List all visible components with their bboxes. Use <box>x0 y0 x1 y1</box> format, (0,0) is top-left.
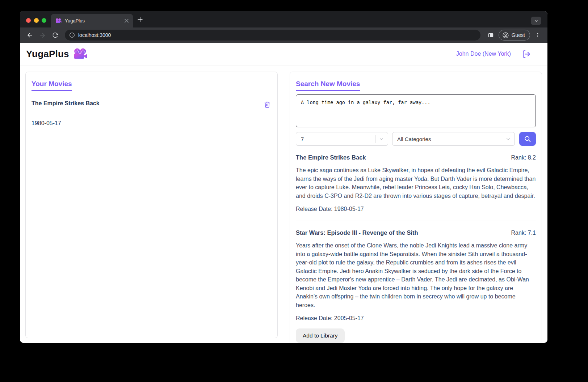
tab-close-icon[interactable] <box>123 17 130 24</box>
browser-menu-icon[interactable] <box>533 30 543 40</box>
your-movies-title: Your Movies <box>32 80 72 91</box>
results-limit-value: 7 <box>301 136 375 142</box>
your-movies-panel: Your Movies The Empire Strikes Back 1980… <box>25 72 278 338</box>
search-title: Search New Movies <box>296 80 360 91</box>
person-icon <box>502 32 509 39</box>
user-name: John Doe (New York) <box>456 51 511 57</box>
result-header: Star Wars: Episode III - Revenge of the … <box>296 229 536 236</box>
movie-camera-icon <box>73 48 88 60</box>
address-bar[interactable]: localhost:3000 <box>65 30 480 41</box>
search-icon <box>524 135 531 143</box>
app-logo-text: YugaPlus <box>26 48 69 60</box>
library-movie-date: 1980-05-17 <box>32 120 272 127</box>
window-controls <box>26 18 46 23</box>
chevron-down-icon <box>379 136 384 142</box>
zoom-window-button[interactable] <box>42 18 46 23</box>
add-to-library-button[interactable]: Add to Library <box>296 328 345 343</box>
result-release-date: Release Date: 2005-05-17 <box>296 315 536 322</box>
search-query-input[interactable]: A long time ago in a galaxy far, far awa… <box>296 94 536 127</box>
app-header: YugaPlus John Doe (New York) <box>20 43 547 65</box>
user-area: John Doe (New York) <box>456 50 541 59</box>
url-text: localhost:3000 <box>78 32 111 38</box>
back-icon[interactable] <box>25 30 35 40</box>
library-movie-row: The Empire Strikes Back <box>32 100 272 110</box>
side-panel-icon[interactable] <box>486 30 496 40</box>
search-controls: 7 All Categories <box>296 132 536 146</box>
browser-toolbar: localhost:3000 Guest <box>20 27 547 43</box>
search-result: The Empire Strikes Back Rank: 8.2 The ep… <box>296 154 536 212</box>
result-header: The Empire Strikes Back Rank: 8.2 <box>296 154 536 161</box>
tab-search-chevron-icon[interactable] <box>531 17 541 25</box>
browser-tab-yugaplus[interactable]: YugaPlus <box>51 14 133 27</box>
profile-label: Guest <box>512 32 525 38</box>
result-release-date: Release Date: 1980-05-17 <box>296 206 536 212</box>
select-divider <box>375 135 375 143</box>
category-select[interactable]: All Categories <box>392 132 515 146</box>
library-movie-title: The Empire Strikes Back <box>32 100 100 107</box>
profile-button[interactable]: Guest <box>499 30 530 41</box>
site-info-icon[interactable] <box>69 32 75 38</box>
search-panel: Search New Movies A long time ago in a g… <box>290 72 542 343</box>
main-content: Your Movies The Empire Strikes Back 1980… <box>20 65 547 343</box>
minimize-window-button[interactable] <box>34 18 39 23</box>
delete-movie-button[interactable] <box>263 100 272 110</box>
result-rank: Rank: 8.2 <box>511 154 536 161</box>
trash-icon <box>264 101 271 109</box>
results-limit-select[interactable]: 7 <box>296 132 388 146</box>
result-title: The Empire Strikes Back <box>296 154 366 161</box>
search-result: Star Wars: Episode III - Revenge of the … <box>296 229 536 343</box>
page-content: YugaPlus John Doe (New York) Your Movies… <box>20 43 547 343</box>
movie-camera-favicon <box>55 18 62 24</box>
tab-title: YugaPlus <box>65 18 123 24</box>
browser-tab-strip: YugaPlus <box>20 11 547 27</box>
forward-icon[interactable] <box>37 30 47 40</box>
browser-window: YugaPlus localhost:3000 <box>20 11 547 343</box>
result-divider <box>296 221 536 221</box>
result-description: Years after the onset of the Clone Wars,… <box>296 241 536 309</box>
new-tab-button[interactable] <box>136 16 144 23</box>
chevron-down-icon <box>505 136 511 142</box>
category-value: All Categories <box>397 136 502 142</box>
result-title: Star Wars: Episode III - Revenge of the … <box>296 229 418 236</box>
brand: YugaPlus <box>26 48 88 60</box>
logout-button[interactable] <box>522 50 531 59</box>
search-button[interactable] <box>519 132 536 146</box>
result-rank: Rank: 7.1 <box>511 230 536 236</box>
result-description: The epic saga continues as Luke Skywalke… <box>296 166 536 200</box>
close-window-button[interactable] <box>26 18 31 23</box>
select-divider <box>502 135 502 143</box>
logout-icon <box>522 50 531 59</box>
reload-icon[interactable] <box>50 30 60 40</box>
